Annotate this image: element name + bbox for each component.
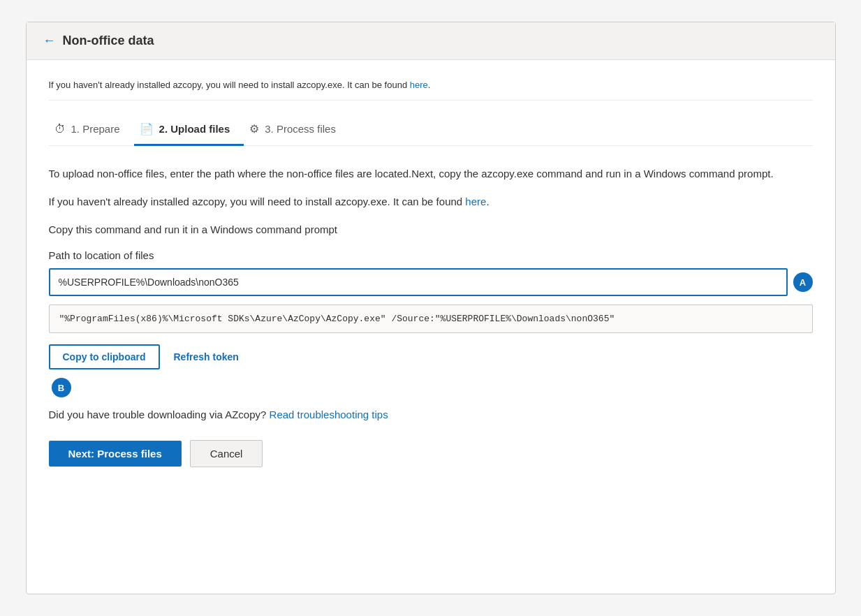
path-label: Path to location of files bbox=[49, 249, 813, 261]
dialog-title: Non-office data bbox=[63, 34, 154, 48]
copy-to-clipboard-button[interactable]: Copy to clipboard bbox=[49, 344, 160, 369]
refresh-token-button[interactable]: Refresh token bbox=[174, 351, 239, 362]
upload-icon: 📄 bbox=[140, 122, 154, 135]
desc2-pre: If you haven't already installed azcopy,… bbox=[49, 196, 466, 207]
troubleshooting-link[interactable]: Read troubleshooting tips bbox=[270, 409, 388, 420]
path-input-row: A bbox=[49, 268, 813, 296]
badge-b-row: B bbox=[49, 378, 813, 397]
info-bar-link[interactable]: here bbox=[410, 80, 428, 90]
info-bar: If you haven't already installed azcopy,… bbox=[49, 74, 813, 101]
prepare-icon: ⏱ bbox=[54, 123, 66, 135]
back-button[interactable]: ← bbox=[43, 34, 56, 48]
cancel-button[interactable]: Cancel bbox=[190, 440, 263, 467]
badge-a: A bbox=[793, 272, 813, 292]
dialog-header: ← Non-office data bbox=[27, 22, 835, 60]
tab-prepare[interactable]: ⏱ 1. Prepare bbox=[49, 116, 134, 146]
tab-process-label: 3. Process files bbox=[265, 123, 336, 135]
command-box: "%ProgramFiles(x86)%\Microsoft SDKs\Azur… bbox=[49, 305, 813, 333]
description3: Copy this command and run it in a Window… bbox=[49, 221, 813, 238]
info-bar-text-end: . bbox=[428, 80, 431, 90]
description2: If you haven't already installed azcopy,… bbox=[49, 193, 813, 210]
tab-prepare-label: 1. Prepare bbox=[71, 123, 120, 135]
description1: To upload non-office files, enter the pa… bbox=[49, 166, 813, 182]
action-row: Copy to clipboard Refresh token bbox=[49, 344, 813, 369]
tab-bar: ⏱ 1. Prepare 📄 2. Upload files ⚙ 3. Proc… bbox=[49, 115, 813, 146]
trouble-row: Did you have trouble downloading via AZc… bbox=[49, 409, 813, 420]
info-bar-text: If you haven't already installed azcopy,… bbox=[49, 80, 410, 90]
desc2-link[interactable]: here bbox=[465, 196, 486, 207]
tab-process[interactable]: ⚙ 3. Process files bbox=[244, 115, 350, 146]
path-input[interactable] bbox=[49, 268, 788, 296]
desc2-post: . bbox=[486, 196, 489, 207]
dialog-body: If you haven't already installed azcopy,… bbox=[27, 60, 835, 594]
tab-upload[interactable]: 📄 2. Upload files bbox=[134, 115, 244, 146]
tab-upload-label: 2. Upload files bbox=[159, 123, 230, 135]
process-icon: ⚙ bbox=[249, 122, 259, 135]
next-button[interactable]: Next: Process files bbox=[49, 441, 182, 467]
badge-b: B bbox=[52, 378, 71, 397]
trouble-pre: Did you have trouble downloading via AZc… bbox=[49, 409, 270, 420]
footer-row: Next: Process files Cancel bbox=[49, 440, 813, 467]
dialog: ← Non-office data If you haven't already… bbox=[26, 22, 836, 594]
